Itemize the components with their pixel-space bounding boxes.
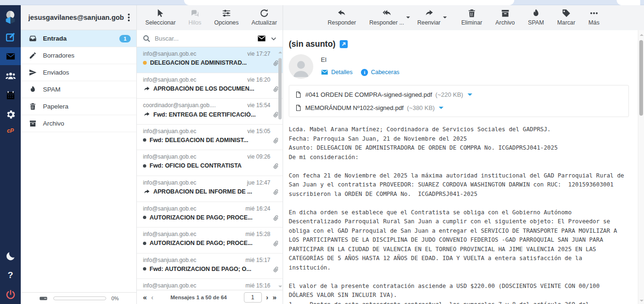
message-row[interactable]: info@sanjuan.gob.ecmié 15:17Fwd: AUTORIZ…	[137, 253, 283, 279]
reply-button[interactable]: Responder	[326, 8, 357, 30]
message-row[interactable]: coordinador@sanjuan.gob....vie 15:54Fwd:…	[137, 99, 283, 125]
message-row[interactable]: info@sanjuan.gob.ecjue 12:47APROBACION D…	[137, 176, 283, 202]
archive-button[interactable]: Archivo	[494, 8, 516, 30]
toolbar-label: Responder ...	[369, 19, 404, 26]
message-date: vie 17:27	[247, 51, 270, 57]
quota-percent: 0%	[111, 296, 119, 301]
chevron-down-icon[interactable]	[270, 35, 277, 42]
sent-icon	[29, 68, 37, 76]
select-button[interactable]: Seleccionar	[144, 8, 176, 26]
toolbar-label: Eliminar	[461, 19, 482, 26]
open-in-new-window-icon[interactable]	[340, 40, 348, 48]
last-page-button[interactable]: »	[273, 294, 276, 301]
content-scrollbar-thumb[interactable]	[639, 40, 643, 116]
list-scrollbar-thumb[interactable]	[278, 58, 282, 119]
toolbar-label: Responder	[327, 19, 356, 26]
cpanel-button[interactable]: cP	[0, 125, 21, 137]
folder-label: Archivo	[43, 120, 64, 127]
prev-page-button[interactable]: ‹	[151, 294, 153, 301]
dark-mode-button[interactable]	[0, 247, 21, 265]
browser-address-bar	[184, 0, 514, 5]
dropdown-caret-icon[interactable]	[443, 17, 447, 20]
mark-button[interactable]: Marcar	[556, 8, 576, 30]
more-icon	[589, 8, 599, 18]
message-sender: info@sanjuan.gob.ec	[143, 153, 196, 160]
toolbar-label: Actualizar	[251, 19, 277, 26]
rail-contacts-button[interactable]	[0, 67, 21, 84]
mail-view: (sin asunto) El Detalles i Cabeceras	[283, 30, 644, 304]
message-row[interactable]: info@sanjuan.gob.ecmié 16:24AUTORIZACION…	[137, 202, 283, 228]
rail-settings-button[interactable]	[0, 105, 21, 123]
message-sender: info@sanjuan.gob.ec	[143, 51, 196, 57]
folder-actions-menu-button[interactable]	[124, 12, 134, 23]
message-header: El Detalles i Cabeceras	[289, 54, 630, 79]
toolbar-label: Marcar	[557, 19, 575, 26]
details-toggle[interactable]: Detalles	[321, 68, 352, 76]
first-page-button[interactable]: «	[143, 294, 147, 301]
page-number-input[interactable]	[244, 292, 262, 303]
delete-button[interactable]: Eliminar	[460, 8, 483, 30]
cursor-icon	[156, 8, 165, 18]
attachment-item[interactable]: #041 ORDEN DE COMPRA-signed-signed.pdf(~…	[295, 88, 623, 101]
toolbar-label: SPAM	[528, 19, 544, 26]
headers-toggle[interactable]: i Cabeceras	[361, 69, 399, 76]
rail-mail-button[interactable]	[0, 47, 21, 65]
folder-item-papelera[interactable]: Papelera	[21, 98, 136, 115]
message-row[interactable]: info@sanjuan.gob.ecvie 15:05Fwd: DELEGAC…	[137, 125, 283, 151]
dropdown-caret-icon[interactable]	[406, 17, 410, 20]
refresh-button[interactable]: Actualizar	[251, 8, 278, 26]
spam-button[interactable]: SPAM	[527, 8, 545, 30]
help-button[interactable]: ?	[0, 266, 21, 284]
message-row[interactable]: info@sanjuan.gob.ecvie 17:27DELEGACION D…	[137, 47, 283, 73]
archive-icon	[501, 8, 510, 18]
logout-button[interactable]	[0, 286, 21, 304]
forward-button[interactable]: Reenviar	[416, 8, 441, 30]
message-subject: APROBACIÓN DE LOS DOCUMEN...	[153, 85, 254, 92]
scroll-up-arrow[interactable]	[278, 51, 282, 53]
message-row[interactable]: info@sanjuan.gob.ecmié 15:28AUTORIZACION…	[137, 228, 283, 253]
attachment-list: #041 ORDEN DE COMPRA-signed-signed.pdf(~…	[289, 85, 629, 117]
scroll-up-arrow[interactable]	[640, 34, 644, 36]
more-button[interactable]: Más	[587, 8, 600, 30]
threads-button[interactable]: Hilos	[187, 8, 202, 26]
options-button[interactable]: Opciones	[213, 8, 240, 26]
folder-item-entrada[interactable]: Entrada1	[21, 30, 136, 47]
unread-dot-icon	[143, 242, 146, 245]
folder-item-spam[interactable]: SPAM	[21, 81, 136, 98]
mail-icon	[6, 51, 16, 61]
mail-pane: ResponderResponder ...ReenviarEliminarAr…	[283, 5, 644, 304]
message-body: Lcda. Mabel Arana Martínez; Coordinadora…	[289, 125, 630, 304]
attachment-menu-caret[interactable]	[439, 107, 443, 111]
message-row[interactable]: info@sanjuan.gob.ecvie 09:26Fwd: OFICIO …	[137, 150, 283, 176]
message-subject: Fwd: AUTORIZACION DE PAGO; O...	[150, 266, 251, 272]
message-row[interactable]: info@sanjuan.gob.ecmié 15:16	[137, 279, 283, 290]
message-subject: (sin asunto)	[289, 39, 335, 49]
reply-all-button[interactable]: Responder ...	[368, 8, 405, 30]
scroll-down-arrow[interactable]	[278, 286, 282, 287]
drafts-icon	[29, 51, 37, 59]
next-page-button[interactable]: ›	[266, 294, 268, 301]
message-subject: Fwd: ENTREGA DE CERTIFICACIÓ...	[153, 111, 256, 118]
search-input[interactable]	[155, 35, 253, 42]
scroll-down-arrow[interactable]	[640, 300, 644, 302]
folder-item-enviados[interactable]: Enviados	[21, 64, 136, 81]
info-icon: i	[361, 69, 368, 76]
toolbar-label: Más	[588, 19, 599, 26]
body-paragraph: El valor de la presente contratación asc…	[289, 282, 626, 304]
folder-item-archivo[interactable]: Archivo	[21, 115, 136, 132]
list-scrollbar[interactable]	[277, 48, 282, 289]
body-paragraph: Lcda. Mabel Arana Martínez; Coordinadora…	[289, 125, 626, 162]
attachment-name: MEMORÁNDUM Nº1022-signed.pdf	[305, 104, 403, 111]
search-scope-icon[interactable]	[257, 34, 266, 43]
attachment-item[interactable]: MEMORÁNDUM Nº1022-signed.pdf(~380 KB)	[295, 101, 623, 114]
message-row[interactable]: info@sanjuan.gob.ecvie 16:20APROBACIÓN D…	[137, 73, 283, 99]
content-scrollbar[interactable]	[638, 30, 644, 304]
cpanel-logo: cP	[7, 127, 14, 134]
compose-button[interactable]	[0, 28, 21, 46]
attachment-menu-caret[interactable]	[468, 93, 472, 98]
message-sender: info@sanjuan.gob.ec	[143, 282, 196, 289]
archive-icon	[29, 119, 37, 127]
rail-calendar-button[interactable]	[0, 86, 21, 104]
folder-item-borradores[interactable]: Borradores	[21, 47, 136, 64]
folder-list: Entrada1BorradoresEnviadosSPAMPapeleraAr…	[21, 30, 136, 132]
